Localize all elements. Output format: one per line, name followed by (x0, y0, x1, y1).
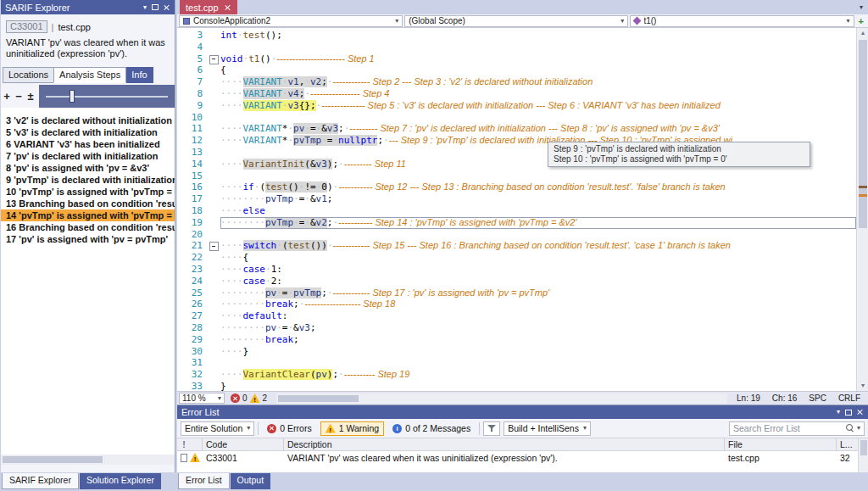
member-dropdown[interactable]: t1() ▾ (630, 15, 854, 27)
zoom-in-button[interactable]: + (1, 90, 13, 103)
source-filter-dropdown[interactable]: Build + IntelliSens ▾ (504, 421, 591, 436)
editor-zoom-dropdown[interactable]: 110 % ▾ (179, 393, 225, 404)
code-line[interactable]: 11····VARIANT*·pv·=·&v3;·--------- Step … (177, 123, 856, 135)
code-line[interactable]: 27····default: (177, 310, 856, 322)
slider-thumb[interactable] (70, 90, 75, 103)
scrollbar-thumb[interactable] (3, 456, 103, 463)
float-window-icon[interactable] (152, 4, 159, 10)
scroll-down-icon[interactable]: ▾ (857, 382, 868, 389)
error-row[interactable]: C33001VARIANT 'pv' was cleared when it w… (177, 451, 868, 464)
zoom-reset-button[interactable]: ± (25, 90, 36, 103)
code-line[interactable]: 18····else (177, 205, 856, 217)
analysis-step-item[interactable]: 7 'pv' is declared with initialization (1, 150, 175, 162)
zoom-out-button[interactable]: − (13, 90, 25, 103)
window-menu-icon[interactable]: ▾ (837, 409, 840, 416)
float-window-icon[interactable] (845, 410, 852, 416)
code-line[interactable]: 19········pvTmp·=·&v2;·----------- Step … (177, 217, 856, 229)
code-line[interactable]: 26········break;·------------------ Step… (177, 299, 856, 310)
scrollbar-thumb[interactable] (860, 440, 867, 455)
code-line[interactable]: 28········pv·=·&v3; (177, 322, 856, 334)
plus-icon[interactable]: + (856, 16, 866, 26)
code-line[interactable]: 25········pv·=·pvTmp;·------------ Step … (177, 287, 856, 299)
window-tab-sarif-explorer[interactable]: SARIF Explorer (2, 473, 79, 489)
document-well-dropdown-icon[interactable]: ▾ (854, 4, 868, 11)
analysis-step-item[interactable]: 16 Branching based on condition 'resu (1, 221, 175, 233)
analysis-step-item[interactable]: 14 'pvTmp' is assigned with 'pvTmp = & (1, 209, 175, 221)
panel-title: Error List (181, 407, 837, 417)
tab-locations[interactable]: Locations (3, 67, 54, 83)
code-line[interactable]: 23····case·1: (177, 264, 856, 276)
verbosity-slider[interactable] (39, 85, 175, 108)
analysis-step-item[interactable]: 3 'v2' is declared without initializatio… (1, 114, 175, 126)
horizontal-scrollbar[interactable] (1, 455, 175, 465)
search-error-list[interactable]: ▾ (729, 421, 865, 436)
code-line[interactable]: 15 (177, 170, 856, 182)
code-line[interactable]: 7····VARIANT·v1,·v2;·------------ Step 2… (177, 76, 856, 88)
scope-filter-dropdown[interactable]: Entire Solution ▾ (181, 421, 254, 436)
window-menu-icon[interactable]: ▾ (143, 4, 147, 11)
vertical-scrollbar[interactable] (858, 438, 868, 472)
window-tab-solution-explorer[interactable]: Solution Explorer (80, 473, 161, 489)
code-line[interactable]: 29········break; (177, 334, 856, 346)
close-tab-icon[interactable] (225, 4, 231, 11)
file-icon (181, 454, 187, 462)
errors-filter-button[interactable]: 0 Errors (262, 421, 316, 436)
tab-info[interactable]: Info (125, 67, 153, 83)
analysis-step-item[interactable]: 8 'pv' is assigned with 'pv = &v3' (1, 162, 175, 174)
analysis-step-item[interactable]: 9 'pvTmp' is declared with initializatio… (1, 174, 175, 186)
code-line[interactable]: 31 (177, 357, 856, 369)
code-text: ····VARIANT·v1,·v2;·------------ Step 2 … (220, 76, 856, 88)
vertical-scrollbar[interactable]: ▴ ▾ (856, 28, 868, 391)
search-icon[interactable] (846, 424, 854, 432)
analysis-step-item[interactable]: 13 Branching based on condition 'resu (1, 198, 175, 209)
code-line[interactable]: 30····} (177, 346, 856, 358)
analysis-step-item[interactable]: 10 'pvTmp' is assigned with 'pvTmp = 0 (1, 186, 175, 198)
search-input[interactable] (733, 423, 843, 433)
filter-button[interactable] (483, 421, 500, 436)
code-line[interactable]: 4 (177, 42, 856, 53)
code-line[interactable]: 32····VariantClear(pv);·---------- Step … (177, 369, 856, 381)
code-line[interactable]: 3int·test(); (177, 30, 856, 42)
chevron-down-icon[interactable]: ▾ (857, 425, 860, 432)
error-list-body: C33001VARIANT 'pv' was cleared when it w… (177, 451, 868, 472)
window-tab-output[interactable]: Output (231, 473, 271, 489)
code-line[interactable]: 22····{ (177, 252, 856, 264)
tab-analysis-steps[interactable]: Analysis Steps (53, 67, 126, 83)
messages-filter-button[interactable]: 0 of 2 Messages (387, 421, 476, 436)
fold-collapse-icon[interactable] (208, 53, 220, 65)
code-line[interactable]: 5void·t1()·---------------------- Step 1 (177, 53, 856, 65)
code-line[interactable]: 16····if·(test()·!=·0)·----------- Step … (177, 181, 856, 193)
scrollbar-thumb[interactable] (278, 395, 359, 402)
scroll-up-icon[interactable]: ▴ (857, 30, 868, 36)
column-severity[interactable] (177, 438, 203, 450)
scope-dropdown[interactable]: (Global Scope) ▾ (404, 15, 628, 27)
scrollbar-thumb[interactable] (859, 40, 867, 228)
column-file[interactable]: File (725, 438, 837, 450)
fold-collapse-icon[interactable] (208, 240, 220, 252)
code-area[interactable]: 3int·test();45void·t1()·----------------… (177, 28, 856, 391)
close-icon[interactable] (164, 4, 170, 11)
column-code[interactable]: Code (203, 438, 284, 450)
slider-track[interactable] (46, 96, 168, 98)
code-line[interactable]: 21····switch·(test())·------------ Step … (177, 240, 856, 252)
code-line[interactable]: 6{ (177, 64, 856, 76)
analysis-step-item[interactable]: 17 'pv' is assigned with 'pv = pvTmp' (1, 233, 175, 245)
analysis-step-item[interactable]: 6 VARIANT 'v3' has been initialized (1, 138, 175, 150)
window-tab-error-list[interactable]: Error List (178, 473, 230, 489)
close-icon[interactable] (857, 409, 864, 416)
horizontal-scrollbar[interactable] (276, 393, 727, 404)
code-line[interactable]: 8····VARIANT·v4;·---------------- Step 4 (177, 88, 856, 100)
analysis-step-item[interactable]: 5 'v3' is declared with initialization (1, 126, 175, 138)
document-tab-testcpp[interactable]: test.cpp (180, 0, 237, 14)
warnings-filter-button[interactable]: 1 Warning (320, 421, 384, 436)
project-dropdown[interactable]: ConsoleApplication2 ▾ (179, 15, 403, 27)
code-line[interactable]: 24····case·2: (177, 276, 856, 287)
code-line[interactable]: 17········pvTmp·=·&v1; (177, 193, 856, 205)
code-editor[interactable]: 3int·test();45void·t1()·----------------… (177, 28, 868, 391)
code-line[interactable]: 20 (177, 229, 856, 241)
code-line[interactable]: 33} (177, 381, 856, 391)
code-line[interactable]: 9····VARIANT·v3{};·-------------- Step 5… (177, 100, 856, 112)
source-filter-value: Build + IntelliSens (508, 423, 579, 433)
code-line[interactable]: 10 (177, 112, 856, 124)
column-description[interactable]: Description (284, 438, 725, 450)
